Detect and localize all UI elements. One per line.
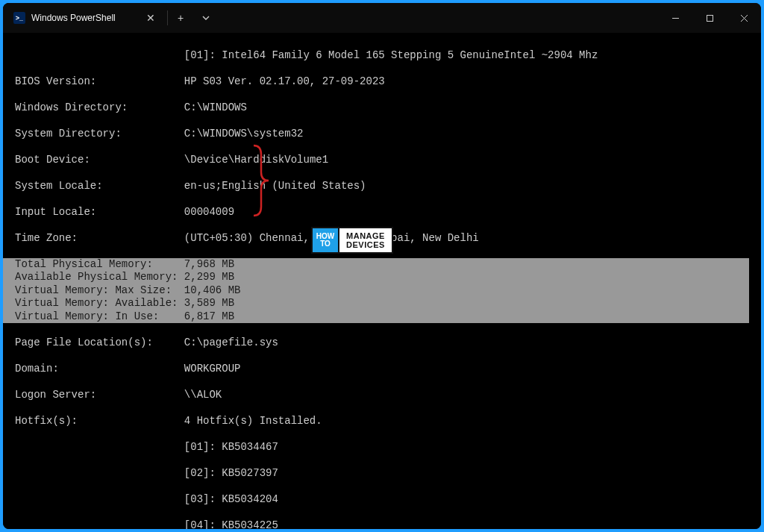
chevron-down-icon bbox=[202, 14, 210, 22]
tab-powershell[interactable]: >_ Windows PowerShell ✕ bbox=[3, 3, 167, 33]
minimize-icon bbox=[671, 14, 680, 22]
output-line: [01]: KB5034467 bbox=[15, 441, 761, 454]
maximize-icon bbox=[706, 14, 714, 22]
output-line: [01]: Intel64 Family 6 Model 165 Steppin… bbox=[15, 49, 761, 63]
logo-right: MANAGE DEVICES bbox=[339, 228, 392, 252]
terminal-output[interactable]: [01]: Intel64 Family 6 Model 165 Steppin… bbox=[3, 33, 761, 529]
output-line: Logon Server: \\ALOK bbox=[15, 389, 761, 402]
close-icon bbox=[740, 14, 748, 22]
output-line: System Directory: C:\WINDOWS\system32 bbox=[15, 128, 761, 141]
logo-left: HOW TO bbox=[313, 228, 339, 252]
output-line: Hotfix(s): 4 Hotfix(s) Installed. bbox=[15, 415, 761, 428]
output-line: Domain: WORKGROUP bbox=[15, 363, 761, 376]
tab-close-button[interactable]: ✕ bbox=[143, 10, 158, 25]
svg-rect-0 bbox=[707, 15, 713, 21]
output-line: Boot Device: \Device\HarddiskVolume1 bbox=[15, 154, 761, 167]
output-line: Virtual Memory: In Use: 6,817 MB bbox=[15, 310, 749, 324]
powershell-icon: >_ bbox=[13, 12, 25, 24]
titlebar: >_ Windows PowerShell ✕ + bbox=[3, 3, 761, 33]
output-line: Page File Location(s): C:\pagefile.sys bbox=[15, 337, 761, 350]
highlighted-memory-block: Total Physical Memory: 7,968 MBAvailable… bbox=[3, 258, 749, 324]
minimize-button[interactable] bbox=[658, 3, 692, 33]
window-controls bbox=[658, 3, 761, 33]
maximize-button[interactable] bbox=[692, 3, 727, 33]
output-line: [04]: KB5034225 bbox=[15, 519, 761, 530]
output-line: Input Locale: 00004009 bbox=[15, 206, 761, 219]
output-line: [02]: KB5027397 bbox=[15, 467, 761, 481]
output-line: Available Physical Memory: 2,299 MB bbox=[15, 271, 749, 284]
terminal-window: >_ Windows PowerShell ✕ + [01]: Intel64 … bbox=[3, 3, 761, 529]
output-line: Total Physical Memory: 7,968 MB bbox=[15, 258, 749, 272]
tab-title: Windows PowerShell bbox=[31, 13, 116, 23]
new-tab-button[interactable]: + bbox=[168, 3, 193, 33]
output-line: Virtual Memory: Available: 3,589 MB bbox=[15, 297, 749, 310]
output-line: BIOS Version: HP S03 Ver. 02.17.00, 27-0… bbox=[15, 75, 761, 89]
output-line: Windows Directory: C:\WINDOWS bbox=[15, 101, 761, 115]
output-line: [03]: KB5034204 bbox=[15, 493, 761, 507]
watermark-logo: HOW TO MANAGE DEVICES bbox=[311, 227, 393, 254]
close-button[interactable] bbox=[727, 3, 761, 33]
tab-dropdown-button[interactable] bbox=[193, 3, 219, 33]
output-line: Virtual Memory: Max Size: 10,406 MB bbox=[15, 284, 749, 298]
output-line: System Locale: en-us;English (United Sta… bbox=[15, 180, 761, 193]
